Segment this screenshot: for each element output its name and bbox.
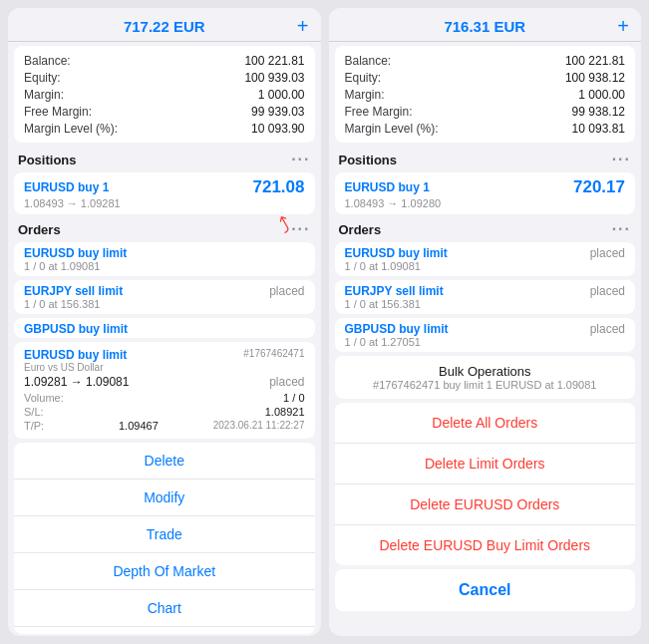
left-position-card[interactable]: EURUSD buy 1 721.08 1.08493 → 1.09281	[14, 172, 315, 214]
right-order-2[interactable]: EURJPY sell limit placed 1 / 0 at 156.38…	[335, 280, 636, 314]
margin-level-label: Margin Level (%):	[24, 122, 118, 136]
right-equity-row: Equity: 100 938.12	[345, 69, 626, 86]
left-free-margin-row: Free Margin: 99 939.03	[24, 103, 305, 120]
orders-dots[interactable]: ···	[291, 220, 310, 238]
expanded-price: 1.09281 → 1.09081	[24, 375, 129, 389]
right-position-card[interactable]: EURUSD buy 1 720.17 1.08493 → 1.09280	[335, 172, 636, 214]
right-position-symbol: EURUSD buy 1	[345, 180, 430, 194]
left-margin-row: Margin: 1 000.00	[24, 86, 305, 103]
expanded-id: #1767462471	[243, 348, 304, 359]
left-positions-header: Positions ···	[8, 147, 321, 170]
balance-value: 100 221.81	[244, 54, 304, 68]
sl-value: 1.08921	[265, 406, 305, 418]
position-detail: 1.08493 → 1.09281	[24, 197, 305, 209]
right-order1-status: placed	[590, 246, 625, 260]
positions-dots[interactable]: ···	[291, 151, 310, 168]
right-free-margin-row: Free Margin: 99 938.12	[345, 103, 626, 120]
right-orders-dots[interactable]: ···	[612, 220, 631, 238]
bulk-delete-eurusd-buy-limit[interactable]: Delete EURUSD Buy Limit Orders	[335, 525, 636, 565]
sl-label: S/L:	[24, 406, 64, 418]
right-panel-title: 716.31 EUR	[444, 18, 525, 35]
left-account-section: Balance: 100 221.81 Equity: 100 939.03 M…	[14, 46, 315, 143]
right-panel: 716.31 EUR + Balance: 100 221.81 Equity:…	[329, 8, 642, 636]
volume-label: Volume:	[24, 392, 64, 404]
expanded-placed: placed	[269, 375, 304, 389]
right-order2-status: placed	[590, 284, 625, 298]
right-free-margin-label: Free Margin:	[345, 105, 413, 119]
expanded-order-card[interactable]: EURUSD buy limit Euro vs US Dollar #1767…	[14, 342, 315, 439]
bulk-delete-limit[interactable]: Delete Limit Orders	[335, 444, 636, 484]
context-trade[interactable]: Trade	[14, 516, 315, 553]
left-balance-row: Balance: 100 221.81	[24, 52, 305, 69]
expanded-volume-row: Volume: 1 / 0	[24, 391, 305, 405]
margin-level-value: 10 093.90	[251, 122, 304, 136]
right-positions-label: Positions	[339, 153, 398, 167]
order3-symbol: GBPUSD buy limit	[24, 322, 128, 336]
right-margin-label: Margin:	[345, 88, 385, 102]
right-order1-symbol: EURUSD buy limit	[345, 246, 448, 260]
order1-row: EURUSD buy limit	[24, 246, 305, 260]
right-position-detail: 1.08493 → 1.09280	[345, 197, 626, 209]
free-margin-label: Free Margin:	[24, 105, 92, 119]
expanded-tp-row: T/P: 1.09467 2023.06.21 11:22:27	[24, 419, 305, 433]
order1-detail-row: 1 / 0 at 1.09081	[24, 260, 305, 272]
right-balance-label: Balance:	[345, 54, 392, 68]
bulk-operations-header: Bulk Operations #1767462471 buy limit 1 …	[335, 356, 636, 399]
context-chart[interactable]: Chart	[14, 590, 315, 627]
expanded-price-row: 1.09281 → 1.09081 placed	[24, 375, 305, 389]
positions-label: Positions	[18, 153, 77, 167]
right-equity-label: Equity:	[345, 71, 382, 85]
left-add-button[interactable]: +	[297, 15, 309, 38]
cancel-button[interactable]: Cancel	[335, 569, 636, 611]
right-order3-symbol: GBPUSD buy limit	[345, 322, 449, 336]
right-free-margin-value: 99 938.12	[572, 105, 625, 119]
right-order-1[interactable]: EURUSD buy limit placed 1 / 0 at 1.09081	[335, 242, 636, 276]
right-order3-detail: 1 / 0 at 1.27051	[345, 336, 626, 348]
right-balance-row: Balance: 100 221.81	[345, 52, 626, 69]
right-positions-dots[interactable]: ···	[612, 151, 631, 168]
context-dom[interactable]: Depth Of Market	[14, 553, 315, 590]
right-balance-value: 100 221.81	[565, 54, 625, 68]
right-order1-detail: 1 / 0 at 1.09081	[345, 260, 626, 272]
context-menu: Delete Modify Trade Depth Of Market Char…	[14, 443, 315, 634]
position-price: 721.08	[253, 177, 305, 197]
right-position-price: 720.17	[573, 177, 625, 197]
right-order2-detail: 1 / 0 at 156.381	[345, 298, 626, 310]
right-position-row: EURUSD buy 1 720.17	[345, 177, 626, 197]
order2-status: placed	[269, 284, 304, 298]
left-order-3-partial[interactable]: GBPUSD buy limit	[14, 318, 315, 338]
expanded-datetime: 2023.06.21 11:22:27	[213, 420, 305, 432]
right-account-section: Balance: 100 221.81 Equity: 100 938.12 M…	[335, 46, 636, 143]
expanded-sl-row: S/L: 1.08921	[24, 405, 305, 419]
margin-value: 1 000.00	[258, 88, 305, 102]
left-order-2[interactable]: EURJPY sell limit placed 1 / 0 at 156.38…	[14, 280, 315, 314]
order1-container: EURUSD buy limit 1 / 0 at 1.09081 ⤴	[8, 240, 321, 278]
bulk-actions-list: Delete All Orders Delete Limit Orders De…	[335, 403, 636, 565]
order3-row: GBPUSD buy limit	[24, 322, 305, 336]
context-modify[interactable]: Modify	[14, 480, 315, 516]
right-equity-value: 100 938.12	[565, 71, 625, 85]
right-add-button[interactable]: +	[617, 15, 629, 38]
right-order-3[interactable]: GBPUSD buy limit placed 1 / 0 at 1.27051	[335, 318, 636, 352]
right-order3-row: GBPUSD buy limit placed	[345, 322, 626, 336]
left-order-1[interactable]: EURUSD buy limit 1 / 0 at 1.09081	[14, 242, 315, 276]
right-margin-value: 1 000.00	[578, 88, 625, 102]
right-order2-symbol: EURJPY sell limit	[345, 284, 444, 298]
right-margin-level-value: 10 093.81	[572, 122, 625, 136]
bulk-delete-eurusd[interactable]: Delete EURUSD Orders	[335, 484, 636, 525]
order1-symbol: EURUSD buy limit	[24, 246, 127, 260]
volume-value: 1 / 0	[283, 392, 304, 404]
order2-detail: 1 / 0 at 156.381	[24, 298, 305, 310]
expanded-header: EURUSD buy limit Euro vs US Dollar #1767…	[24, 348, 305, 373]
orders-label: Orders	[18, 222, 61, 237]
left-orders-header: Orders ···	[8, 216, 321, 240]
context-delete[interactable]: Delete	[14, 443, 315, 480]
context-bulk[interactable]: Bulk Operations...	[14, 627, 315, 634]
right-margin-level-label: Margin Level (%):	[345, 122, 439, 136]
left-panel: 717.22 EUR + Balance: 100 221.81 Equity:…	[8, 8, 321, 636]
equity-label: Equity:	[24, 71, 61, 85]
expanded-symbol: EURUSD buy limit	[24, 348, 127, 362]
expanded-subtitle: Euro vs US Dollar	[24, 362, 127, 373]
order2-symbol: EURJPY sell limit	[24, 284, 123, 298]
bulk-delete-all[interactable]: Delete All Orders	[335, 403, 636, 444]
